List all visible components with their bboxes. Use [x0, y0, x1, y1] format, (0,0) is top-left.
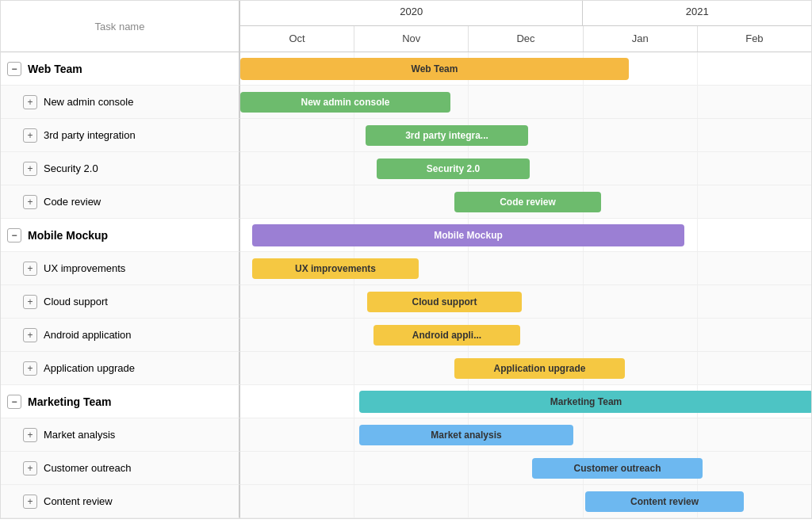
sub-toggle-btn[interactable]: + — [23, 295, 37, 309]
sub-toggle-btn[interactable]: + — [23, 461, 37, 475]
year-2021: 2021 — [583, 1, 811, 25]
gantt-bar[interactable]: 3rd party integra... — [366, 125, 528, 146]
gantt-bar[interactable]: Security 2.0 — [377, 158, 530, 179]
sub-toggle-btn[interactable]: + — [23, 195, 37, 209]
task-name-label: Content review — [44, 495, 113, 507]
task-name-label: New admin console — [44, 96, 133, 108]
task-name-label: Application upgrade — [44, 362, 135, 374]
gantt-bar[interactable]: Application upgrade — [454, 358, 625, 379]
sub-task-cell: +New admin console — [1, 86, 240, 119]
task-name-label: Mobile Mockup — [28, 229, 108, 242]
sub-chart-row: Customer outreach — [240, 452, 811, 485]
sub-task-cell: +Customer outreach — [1, 452, 240, 485]
month-nov: Nov — [354, 26, 469, 52]
sub-chart-row: Content review — [240, 485, 811, 518]
group-task-cell: −Web Team — [1, 52, 240, 86]
task-name-label: Cloud support — [44, 296, 108, 307]
task-name-label: Android application — [44, 329, 132, 341]
sub-task-cell: +3rd party integration — [1, 119, 240, 152]
group-toggle-btn[interactable]: − — [7, 395, 21, 409]
sub-toggle-btn[interactable]: + — [23, 95, 37, 109]
sub-task-cell: +Android application — [1, 319, 240, 352]
sub-task-cell: +Application upgrade — [1, 352, 240, 385]
sub-chart-row: Code review — [240, 185, 811, 219]
gantt-bar[interactable]: Web Team — [240, 58, 629, 80]
task-header-label: Task name — [95, 21, 145, 32]
task-name-label: Customer outreach — [44, 462, 132, 474]
gantt-bar[interactable]: Market analysis — [359, 425, 573, 445]
sub-toggle-btn[interactable]: + — [23, 328, 37, 342]
year-row: 2020 2021 — [240, 1, 811, 26]
sub-chart-row: UX improvements — [240, 252, 811, 285]
sub-chart-row: Market analysis — [240, 418, 811, 452]
month-dec: Dec — [469, 26, 583, 52]
group-chart-row: Mobile Mockup — [240, 219, 811, 252]
sub-toggle-btn[interactable]: + — [23, 162, 37, 176]
group-chart-row: Web Team — [240, 52, 811, 86]
sub-chart-row: Cloud support — [240, 285, 811, 319]
gantt-bar[interactable]: Mobile Mockup — [252, 224, 684, 246]
sub-task-cell: +Cloud support — [1, 285, 240, 319]
gantt-bar[interactable]: New admin console — [240, 92, 450, 113]
sub-chart-row: 3rd party integra... — [240, 119, 811, 152]
task-name-label: Code review — [44, 196, 101, 208]
sub-toggle-btn[interactable]: + — [23, 262, 37, 276]
sub-task-cell: +Security 2.0 — [1, 152, 240, 185]
year-2020: 2020 — [240, 1, 583, 25]
group-toggle-btn[interactable]: − — [7, 228, 21, 242]
sub-chart-row: Application upgrade — [240, 352, 811, 385]
gantt-bar[interactable]: Code review — [454, 192, 601, 212]
sub-toggle-btn[interactable]: + — [23, 361, 37, 376]
sub-task-cell: +Market analysis — [1, 418, 240, 452]
task-name-label: Web Team — [28, 63, 82, 75]
month-oct: Oct — [240, 26, 354, 52]
sub-toggle-btn[interactable]: + — [23, 128, 37, 143]
group-task-cell: −Mobile Mockup — [1, 219, 240, 252]
gantt-bar[interactable]: Marketing Team — [359, 391, 812, 413]
sub-toggle-btn[interactable]: + — [23, 428, 37, 442]
month-feb: Feb — [698, 26, 811, 52]
sub-chart-row: Security 2.0 — [240, 152, 811, 185]
task-name-label: Security 2.0 — [44, 162, 98, 174]
task-name-label: Marketing Team — [28, 395, 112, 408]
sub-task-cell: +Code review — [1, 185, 240, 219]
group-chart-row: Marketing Team — [240, 385, 811, 418]
sub-task-cell: +Content review — [1, 485, 240, 518]
group-toggle-btn[interactable]: − — [7, 62, 21, 76]
gantt-bar[interactable]: Android appli... — [373, 325, 520, 346]
month-jan: Jan — [584, 26, 698, 52]
month-row: Oct Nov Dec Jan Feb — [240, 26, 811, 52]
task-name-label: Market analysis — [44, 429, 115, 441]
sub-chart-row: New admin console — [240, 86, 811, 119]
gantt-bar[interactable]: Cloud support — [367, 292, 522, 312]
task-name-label: 3rd party integration — [44, 129, 136, 141]
gantt-bar[interactable]: UX improvements — [252, 258, 419, 279]
task-header: Task name — [1, 1, 240, 52]
group-task-cell: −Marketing Team — [1, 385, 240, 418]
gantt-bar[interactable]: Content review — [585, 491, 744, 512]
sub-task-cell: +UX improvements — [1, 252, 240, 285]
task-name-label: UX improvements — [44, 262, 125, 274]
gantt-bar[interactable]: Customer outreach — [532, 458, 703, 479]
sub-chart-row: Android appli... — [240, 319, 811, 352]
sub-toggle-btn[interactable]: + — [23, 495, 37, 509]
